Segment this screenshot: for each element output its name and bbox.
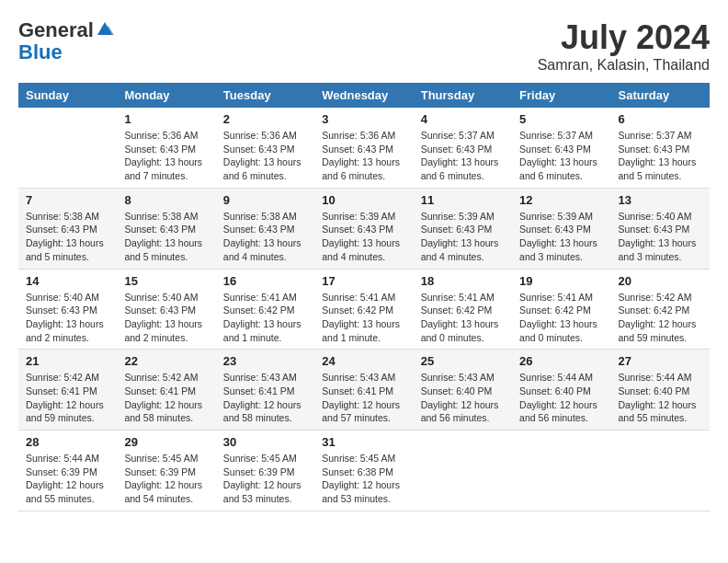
- day-info: Sunrise: 5:45 AMSunset: 6:39 PMDaylight:…: [223, 452, 307, 506]
- weekday-header-row: SundayMondayTuesdayWednesdayThursdayFrid…: [18, 83, 710, 108]
- day-info: Sunrise: 5:44 AMSunset: 6:40 PMDaylight:…: [619, 371, 702, 425]
- calendar-day-cell: 1Sunrise: 5:36 AMSunset: 6:43 PMDaylight…: [117, 108, 215, 188]
- day-number: 30: [223, 435, 307, 449]
- day-info: Sunrise: 5:43 AMSunset: 6:41 PMDaylight:…: [223, 371, 307, 425]
- day-number: 19: [519, 274, 603, 288]
- calendar-day-cell: 14Sunrise: 5:40 AMSunset: 6:43 PMDayligh…: [18, 269, 117, 350]
- logo-icon: [96, 18, 114, 37]
- day-number: 28: [26, 435, 109, 449]
- calendar-week-row: 14Sunrise: 5:40 AMSunset: 6:43 PMDayligh…: [18, 269, 710, 350]
- calendar-day-cell: 3Sunrise: 5:36 AMSunset: 6:43 PMDaylight…: [314, 108, 413, 188]
- calendar-day-cell: 13Sunrise: 5:40 AMSunset: 6:43 PMDayligh…: [611, 188, 710, 269]
- day-info: Sunrise: 5:41 AMSunset: 6:42 PMDaylight:…: [421, 291, 505, 345]
- day-number: 4: [421, 112, 505, 126]
- day-info: Sunrise: 5:42 AMSunset: 6:41 PMDaylight:…: [26, 371, 109, 425]
- day-number: 3: [322, 112, 405, 126]
- day-info: Sunrise: 5:45 AMSunset: 6:38 PMDaylight:…: [322, 452, 405, 506]
- day-number: 2: [223, 112, 307, 126]
- day-info: Sunrise: 5:41 AMSunset: 6:42 PMDaylight:…: [223, 291, 307, 345]
- day-number: 20: [619, 274, 702, 288]
- calendar-day-cell: 30Sunrise: 5:45 AMSunset: 6:39 PMDayligh…: [216, 431, 314, 511]
- weekday-header-wednesday: Wednesday: [314, 83, 413, 108]
- day-info: Sunrise: 5:36 AMSunset: 6:43 PMDaylight:…: [322, 129, 405, 183]
- calendar-day-cell: 12Sunrise: 5:39 AMSunset: 6:43 PMDayligh…: [512, 188, 610, 269]
- calendar-day-cell: 23Sunrise: 5:43 AMSunset: 6:41 PMDayligh…: [216, 350, 314, 431]
- day-number: 15: [124, 274, 208, 288]
- logo: General Blue: [18, 18, 114, 63]
- day-number: 24: [322, 354, 405, 368]
- calendar-day-cell: 22Sunrise: 5:42 AMSunset: 6:41 PMDayligh…: [117, 350, 215, 431]
- calendar-day-cell: 31Sunrise: 5:45 AMSunset: 6:38 PMDayligh…: [314, 431, 413, 511]
- day-info: Sunrise: 5:39 AMSunset: 6:43 PMDaylight:…: [519, 210, 603, 264]
- calendar-day-cell: 9Sunrise: 5:38 AMSunset: 6:43 PMDaylight…: [216, 188, 314, 269]
- calendar-day-cell: [414, 431, 512, 511]
- calendar-day-cell: [512, 431, 610, 511]
- calendar-table: SundayMondayTuesdayWednesdayThursdayFrid…: [18, 83, 710, 511]
- day-info: Sunrise: 5:37 AMSunset: 6:43 PMDaylight:…: [421, 129, 505, 183]
- month-year-title: July 2024: [538, 18, 710, 57]
- day-info: Sunrise: 5:43 AMSunset: 6:41 PMDaylight:…: [322, 371, 405, 425]
- calendar-day-cell: 29Sunrise: 5:45 AMSunset: 6:39 PMDayligh…: [117, 431, 215, 511]
- calendar-day-cell: 2Sunrise: 5:36 AMSunset: 6:43 PMDaylight…: [216, 108, 314, 188]
- day-number: 6: [619, 112, 702, 126]
- calendar-day-cell: 25Sunrise: 5:43 AMSunset: 6:40 PMDayligh…: [414, 350, 512, 431]
- day-number: 5: [519, 112, 603, 126]
- logo-general-text: General: [18, 18, 94, 41]
- day-number: 7: [26, 193, 109, 207]
- day-number: 9: [223, 193, 307, 207]
- day-info: Sunrise: 5:40 AMSunset: 6:43 PMDaylight:…: [124, 291, 208, 345]
- day-number: 29: [124, 435, 208, 449]
- day-info: Sunrise: 5:43 AMSunset: 6:40 PMDaylight:…: [421, 371, 505, 425]
- day-number: 27: [619, 354, 702, 368]
- day-info: Sunrise: 5:44 AMSunset: 6:39 PMDaylight:…: [26, 452, 109, 506]
- calendar-day-cell: 27Sunrise: 5:44 AMSunset: 6:40 PMDayligh…: [611, 350, 710, 431]
- day-info: Sunrise: 5:39 AMSunset: 6:43 PMDaylight:…: [421, 210, 505, 264]
- location-subtitle: Samran, Kalasin, Thailand: [538, 57, 710, 74]
- day-number: 31: [322, 435, 405, 449]
- calendar-day-cell: 10Sunrise: 5:39 AMSunset: 6:43 PMDayligh…: [314, 188, 413, 269]
- calendar-day-cell: 28Sunrise: 5:44 AMSunset: 6:39 PMDayligh…: [18, 431, 117, 511]
- day-info: Sunrise: 5:41 AMSunset: 6:42 PMDaylight:…: [519, 291, 603, 345]
- day-info: Sunrise: 5:39 AMSunset: 6:43 PMDaylight:…: [322, 210, 405, 264]
- calendar-day-cell: 8Sunrise: 5:38 AMSunset: 6:43 PMDaylight…: [117, 188, 215, 269]
- calendar-day-cell: [611, 431, 710, 511]
- weekday-header-monday: Monday: [117, 83, 215, 108]
- day-number: 12: [519, 193, 603, 207]
- day-number: 18: [421, 274, 505, 288]
- day-number: 26: [519, 354, 603, 368]
- day-number: 10: [322, 193, 405, 207]
- calendar-week-row: 7Sunrise: 5:38 AMSunset: 6:43 PMDaylight…: [18, 188, 710, 269]
- calendar-week-row: 1Sunrise: 5:36 AMSunset: 6:43 PMDaylight…: [18, 108, 710, 188]
- title-block: July 2024 Samran, Kalasin, Thailand: [538, 18, 710, 74]
- day-info: Sunrise: 5:42 AMSunset: 6:42 PMDaylight:…: [619, 291, 702, 345]
- calendar-week-row: 28Sunrise: 5:44 AMSunset: 6:39 PMDayligh…: [18, 431, 710, 511]
- day-info: Sunrise: 5:41 AMSunset: 6:42 PMDaylight:…: [322, 291, 405, 345]
- calendar-day-cell: 16Sunrise: 5:41 AMSunset: 6:42 PMDayligh…: [216, 269, 314, 350]
- day-number: 14: [26, 274, 109, 288]
- day-number: 1: [124, 112, 208, 126]
- day-info: Sunrise: 5:38 AMSunset: 6:43 PMDaylight:…: [223, 210, 307, 264]
- logo-blue-text: Blue: [18, 40, 63, 63]
- weekday-header-friday: Friday: [512, 83, 610, 108]
- day-info: Sunrise: 5:42 AMSunset: 6:41 PMDaylight:…: [124, 371, 208, 425]
- day-number: 25: [421, 354, 505, 368]
- calendar-day-cell: 7Sunrise: 5:38 AMSunset: 6:43 PMDaylight…: [18, 188, 117, 269]
- calendar-day-cell: 15Sunrise: 5:40 AMSunset: 6:43 PMDayligh…: [117, 269, 215, 350]
- calendar-day-cell: 6Sunrise: 5:37 AMSunset: 6:43 PMDaylight…: [611, 108, 710, 188]
- calendar-day-cell: 19Sunrise: 5:41 AMSunset: 6:42 PMDayligh…: [512, 269, 610, 350]
- calendar-day-cell: 11Sunrise: 5:39 AMSunset: 6:43 PMDayligh…: [414, 188, 512, 269]
- day-info: Sunrise: 5:36 AMSunset: 6:43 PMDaylight:…: [223, 129, 307, 183]
- day-info: Sunrise: 5:40 AMSunset: 6:43 PMDaylight:…: [619, 210, 702, 264]
- day-number: 22: [124, 354, 208, 368]
- day-info: Sunrise: 5:44 AMSunset: 6:40 PMDaylight:…: [519, 371, 603, 425]
- day-info: Sunrise: 5:36 AMSunset: 6:43 PMDaylight:…: [124, 129, 208, 183]
- calendar-week-row: 21Sunrise: 5:42 AMSunset: 6:41 PMDayligh…: [18, 350, 710, 431]
- day-info: Sunrise: 5:37 AMSunset: 6:43 PMDaylight:…: [619, 129, 702, 183]
- calendar-day-cell: 20Sunrise: 5:42 AMSunset: 6:42 PMDayligh…: [611, 269, 710, 350]
- weekday-header-thursday: Thursday: [414, 83, 512, 108]
- calendar-day-cell: 4Sunrise: 5:37 AMSunset: 6:43 PMDaylight…: [414, 108, 512, 188]
- calendar-day-cell: 24Sunrise: 5:43 AMSunset: 6:41 PMDayligh…: [314, 350, 413, 431]
- day-number: 11: [421, 193, 505, 207]
- page-header: General Blue July 2024 Samran, Kalasin, …: [18, 18, 710, 74]
- day-info: Sunrise: 5:38 AMSunset: 6:43 PMDaylight:…: [124, 210, 208, 264]
